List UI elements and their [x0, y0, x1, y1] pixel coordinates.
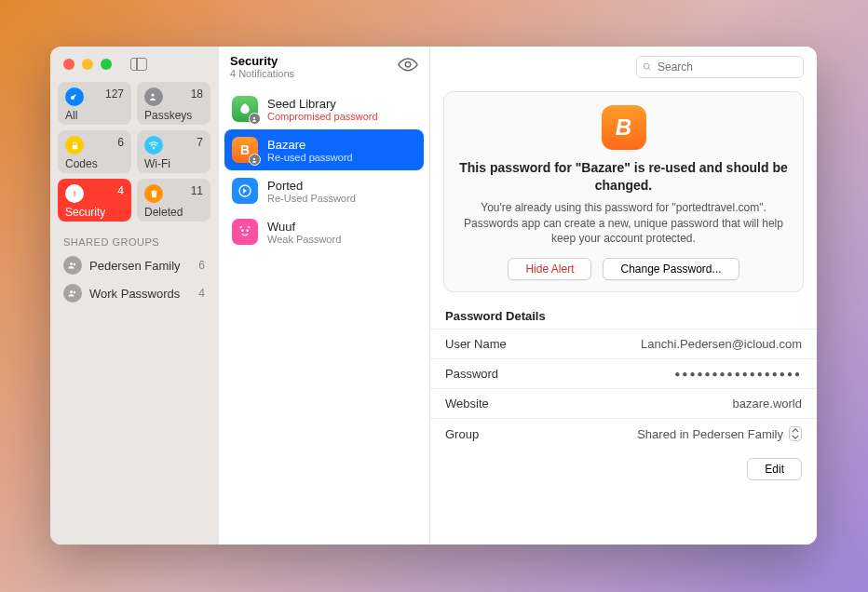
category-all[interactable]: 127 All — [58, 82, 131, 125]
shared-group-pedersen[interactable]: Pedersen Family 6 — [50, 251, 218, 279]
category-label: Deleted — [144, 206, 203, 219]
category-passkeys[interactable]: 18 Passkeys — [137, 82, 210, 125]
minimize-window-button[interactable] — [82, 59, 93, 70]
group-popup-button[interactable] — [789, 426, 802, 441]
username-label: User Name — [445, 337, 507, 351]
lock-icon — [65, 136, 84, 155]
password-list: Seed Library Compromised password B Baza… — [219, 85, 429, 256]
password-details-header: Password Details — [430, 296, 817, 329]
website-row[interactable]: Website bazare.world — [430, 388, 817, 418]
sidebar: 127 All 18 Passkeys 6 Codes — [50, 47, 218, 545]
category-count: 11 — [191, 184, 203, 197]
shared-badge-icon — [249, 154, 261, 166]
password-label: Password — [445, 367, 498, 381]
list-item-ported[interactable]: Ported Re-Used Password — [224, 170, 424, 211]
zoom-window-button[interactable] — [101, 59, 112, 70]
svg-point-16 — [252, 157, 255, 160]
list-item-seed-library[interactable]: Seed Library Compromised password — [224, 88, 424, 129]
people-icon — [63, 256, 82, 275]
category-label: All — [65, 109, 124, 122]
category-count: 18 — [191, 87, 203, 101]
website-value: bazare.world — [733, 397, 802, 410]
list-item-wuuf[interactable]: Wuuf Weak Password — [224, 211, 424, 252]
item-reason: Compromised password — [267, 111, 378, 122]
category-count: 4 — [117, 184, 124, 197]
list-item-bazare[interactable]: B Bazare Re-used password — [224, 129, 424, 170]
category-grid: 127 All 18 Passkeys 6 Codes — [50, 76, 218, 231]
svg-point-20 — [644, 63, 649, 69]
svg-point-7 — [74, 195, 75, 196]
list-header: Security 4 Notifications — [219, 47, 429, 85]
category-label: Passkeys — [144, 109, 203, 122]
group-count: 4 — [198, 287, 205, 300]
app-window: 127 All 18 Passkeys 6 Codes — [50, 47, 817, 545]
username-row[interactable]: User Name Lanchi.Pedersen@icloud.com — [430, 329, 817, 358]
app-icon — [232, 96, 258, 122]
group-label: Group — [445, 427, 479, 441]
svg-point-19 — [246, 229, 249, 232]
svg-line-21 — [648, 68, 650, 70]
hide-alert-button[interactable]: Hide Alert — [508, 258, 591, 280]
search-input[interactable] — [658, 61, 797, 74]
password-value: ●●●●●●●●●●●●●●●●● — [674, 369, 802, 379]
category-codes[interactable]: 6 Codes — [58, 130, 131, 173]
shared-badge-icon — [249, 113, 261, 125]
svg-point-4 — [153, 147, 155, 149]
item-name: Seed Library — [267, 97, 378, 111]
edit-button[interactable]: Edit — [747, 458, 802, 480]
item-reason: Weak Password — [267, 234, 341, 245]
item-name: Wuuf — [267, 220, 341, 234]
wifi-icon — [144, 136, 163, 155]
list-title: Security — [230, 54, 294, 68]
app-icon: B — [232, 137, 258, 163]
svg-point-2 — [152, 94, 155, 97]
category-wifi[interactable]: 7 Wi-Fi — [137, 130, 210, 173]
svg-point-18 — [241, 229, 244, 232]
group-name: Work Passwords — [89, 287, 180, 301]
close-window-button[interactable] — [63, 59, 75, 70]
category-label: Wi-Fi — [144, 157, 203, 170]
chevron-up-icon — [792, 428, 799, 433]
category-security[interactable]: 4 Security — [58, 179, 131, 222]
bazare-app-icon: B — [602, 105, 646, 150]
list-subtitle: 4 Notifications — [230, 68, 294, 79]
alert-heading: This password for "Bazare" is re-used an… — [459, 159, 788, 195]
reveal-icon[interactable] — [398, 58, 418, 73]
item-reason: Re-Used Password — [267, 193, 356, 204]
category-count: 6 — [117, 136, 124, 149]
detail-column: B This password for "Bazare" is re-used … — [430, 47, 817, 545]
toggle-sidebar-icon[interactable] — [130, 58, 147, 71]
svg-point-13 — [74, 291, 76, 294]
svg-rect-8 — [151, 191, 156, 192]
website-label: Website — [445, 397, 489, 410]
change-password-button[interactable]: Change Password... — [603, 258, 739, 280]
person-key-icon — [144, 87, 163, 106]
detail-toolbar — [430, 47, 817, 86]
category-deleted[interactable]: 11 Deleted — [137, 179, 210, 222]
category-count: 127 — [105, 87, 124, 101]
shared-groups-header: SHARED GROUPS — [50, 231, 218, 251]
password-row[interactable]: Password ●●●●●●●●●●●●●●●●● — [430, 358, 817, 388]
username-value: Lanchi.Pedersen@icloud.com — [641, 337, 802, 351]
svg-rect-9 — [153, 190, 155, 191]
svg-point-10 — [70, 262, 73, 265]
people-icon — [63, 284, 82, 303]
item-reason: Re-used password — [267, 152, 353, 163]
password-list-column: Security 4 Notifications Seed Library Co… — [218, 47, 430, 545]
exclamation-icon — [65, 184, 84, 203]
svg-point-14 — [405, 62, 410, 67]
group-count: 6 — [198, 259, 205, 272]
group-row[interactable]: Group Shared in Pedersen Family — [430, 418, 817, 449]
window-controls — [50, 47, 218, 76]
svg-point-15 — [252, 116, 255, 119]
shared-group-work[interactable]: Work Passwords 4 — [50, 279, 218, 307]
category-label: Security — [65, 206, 124, 219]
chevron-down-icon — [792, 435, 799, 439]
category-label: Codes — [65, 157, 124, 170]
group-name: Pedersen Family — [89, 259, 181, 273]
svg-point-11 — [74, 263, 76, 266]
security-alert: B This password for "Bazare" is re-used … — [443, 91, 804, 292]
search-field[interactable] — [636, 56, 804, 78]
key-icon — [65, 87, 84, 106]
svg-point-12 — [70, 290, 73, 293]
